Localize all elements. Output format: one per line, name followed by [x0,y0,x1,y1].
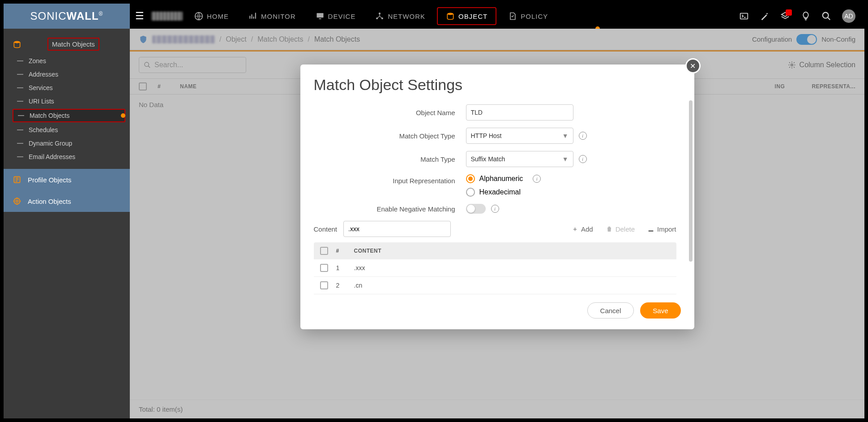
target-icon [13,197,21,206]
database-icon [13,40,21,49]
user-avatar[interactable]: AD [842,9,855,23]
cancel-button[interactable]: Cancel [587,302,634,319]
import-icon [647,225,654,233]
svg-rect-1 [316,13,323,17]
match-object-type-label: Match Object Type [314,132,466,140]
brand-logo: SONICWALL® [4,4,130,29]
radio-hexadecimal-label: Hexadecimal [479,188,521,196]
svg-rect-7 [740,13,748,19]
negative-matching-toggle[interactable] [466,204,486,214]
monitor-icon [316,12,325,21]
info-icon[interactable]: i [533,175,541,183]
trash-icon [606,225,613,233]
object-name-input[interactable] [466,104,573,121]
sidebar-group-match-objects[interactable]: Match Objects [47,38,99,51]
nav-monitor[interactable]: MONITOR [240,4,304,29]
top-navigation: ☰ HOME MONITOR DEVICE NETWORK OBJECT [130,4,739,29]
chart-icon [248,12,257,21]
bulb-icon[interactable] [801,11,811,21]
nav-policy[interactable]: POLICY [500,4,556,29]
sidebar-item-uri-lists[interactable]: URI Lists [4,95,130,108]
nav-device[interactable]: DEVICE [308,4,364,29]
modal-title: Match Object Settings [314,76,681,94]
sidebar-section-profile-objects[interactable]: Profile Objects [4,169,130,190]
sidebar-item-dynamic-group[interactable]: Dynamic Group [4,137,130,150]
content-label: Content [314,225,338,233]
blurred-context [151,12,183,21]
object-icon [446,12,455,21]
svg-rect-2 [319,18,321,19]
radio-alphanumeric-label: Alphanumeric [479,175,523,183]
match-object-settings-modal: ✕ Match Object Settings Object Name Matc… [300,65,694,329]
sidebar-item-schedules[interactable]: Schedules [4,123,130,137]
terminal-icon[interactable] [739,11,749,21]
row-checkbox[interactable] [320,264,328,272]
chevron-down-icon: ▼ [562,132,569,139]
scrollbar[interactable] [689,100,693,262]
add-button[interactable]: ＋ Add [572,225,593,233]
info-icon[interactable]: i [491,205,499,213]
search-icon[interactable] [821,11,831,21]
sidebar-item-match-objects[interactable]: Match Objects [13,109,125,122]
svg-point-3 [379,13,381,14]
plus-icon: ＋ [572,225,578,233]
negative-matching-label: Enable Negative Matching [314,205,466,213]
topbar: SONICWALL® ☰ HOME MONITOR DEVICE NETWORK [4,4,864,29]
match-type-select[interactable]: Suffix Match ▼ [466,151,573,167]
svg-point-8 [823,13,829,18]
globe-icon [194,12,203,21]
sidebar-section-action-objects[interactable]: Action Objects [4,190,130,212]
svg-point-6 [447,13,453,15]
object-name-label: Object Name [314,109,466,116]
content-input[interactable] [343,221,451,237]
active-dot [121,113,125,118]
sidebar-item-services[interactable]: Services [4,81,130,95]
nav-home[interactable]: HOME [186,4,237,29]
chevron-down-icon: ▼ [562,155,569,163]
delete-button[interactable]: Delete [606,225,635,233]
content-table-row[interactable]: 2 .cn [314,277,676,294]
input-representation-label: Input Representation [314,174,466,185]
close-button[interactable]: ✕ [685,58,701,73]
sidebar-item-addresses[interactable]: Addresses [4,68,130,81]
network-icon [375,12,384,21]
layers-icon[interactable] [780,11,790,21]
top-tools: AD [739,9,864,23]
radio-alphanumeric[interactable] [466,174,475,183]
sidebar: Match Objects Zones Addresses Services U… [4,29,130,418]
main-content: / Object / Match Objects / Match Objects… [130,29,864,418]
row-checkbox[interactable] [320,281,328,289]
sidebar-item-zones[interactable]: Zones [4,54,130,68]
menu-icon[interactable]: ☰ [135,10,144,22]
save-button[interactable]: Save [640,302,680,319]
svg-point-11 [14,198,20,204]
radio-hexadecimal[interactable] [466,188,475,197]
content-table-header: # CONTENT [314,242,676,259]
profile-icon [13,175,21,184]
info-icon[interactable]: i [579,132,587,140]
content-select-all-checkbox[interactable] [320,247,328,255]
nav-object[interactable]: OBJECT [437,7,496,25]
wand-icon[interactable] [760,11,770,21]
sidebar-item-email-addresses[interactable]: Email Addresses [4,150,130,164]
modal-overlay: ✕ Match Object Settings Object Name Matc… [130,29,864,418]
content-table-row[interactable]: 1 .xxx [314,259,676,277]
info-icon[interactable]: i [579,155,587,163]
svg-point-12 [16,200,18,202]
notification-badge [786,9,792,16]
import-button[interactable]: Import [647,225,676,233]
policy-icon [508,12,517,21]
svg-point-9 [14,41,20,43]
nav-network[interactable]: NETWORK [367,4,433,29]
match-object-type-select[interactable]: HTTP Host ▼ [466,128,573,144]
match-type-label: Match Type [314,155,466,163]
